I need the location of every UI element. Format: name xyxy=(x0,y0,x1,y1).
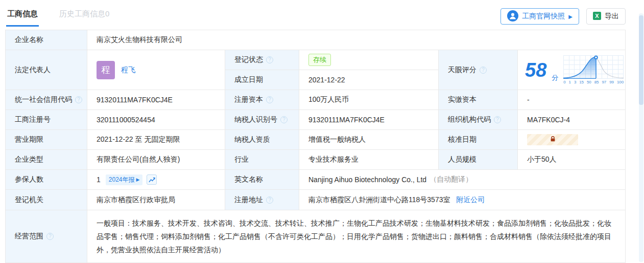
tab-history-business-info[interactable]: 历史工商信息0 xyxy=(58,7,110,27)
status-badge: 存续 xyxy=(308,54,331,66)
chevron-right-icon: ▶ xyxy=(136,177,140,182)
field-value-score[interactable]: 58 分 0131 xyxy=(518,50,625,90)
excel-icon: X xyxy=(593,12,601,21)
field-label-insured-count: 参保人数 xyxy=(6,170,87,190)
field-label-reg-status: 登记状态 xyxy=(225,50,299,70)
tab-business-info[interactable]: 工商信息 xyxy=(6,7,39,27)
annual-report-chip[interactable]: 2024年报▶ xyxy=(106,174,143,185)
auto-translate-note: （自动翻译） xyxy=(430,175,472,184)
lock-icon xyxy=(550,136,556,144)
field-label-staff-size: 人员规模 xyxy=(439,150,518,170)
field-value-paid-capital: - xyxy=(518,90,625,110)
official-snapshot-button[interactable]: 工商官网快照 ▶ xyxy=(500,8,579,25)
vertical-scrollbar[interactable] xyxy=(639,13,643,262)
field-value-establish-date: 2021-12-22 xyxy=(299,70,439,90)
nearby-companies-link[interactable]: 附近公司 xyxy=(456,195,485,205)
score-distribution-chart: 0131550859799100 xyxy=(563,55,624,84)
scrollbar-thumb[interactable] xyxy=(639,15,643,105)
field-label-score: 天眼评分 xyxy=(439,50,518,90)
field-label-credit-code: 统一社会信用代码 xyxy=(6,90,87,110)
help-icon[interactable] xyxy=(46,233,54,240)
user-badge-icon xyxy=(507,10,518,23)
field-label-company-type: 企业类型 xyxy=(6,150,87,170)
svg-text:X: X xyxy=(595,13,599,19)
legal-rep-link[interactable]: 程飞 xyxy=(121,65,135,75)
chevron-right-icon: ▶ xyxy=(568,14,573,19)
help-icon[interactable] xyxy=(480,67,487,74)
tab-bar: 工商信息 历史工商信息0 xyxy=(6,7,110,27)
field-label-business-scope: 经营范围 xyxy=(6,210,87,262)
field-value-staff-size: 小于50人 xyxy=(518,150,625,170)
field-label-approval-date: 核准日期 xyxy=(439,130,518,150)
legal-rep-avatar[interactable]: 程 xyxy=(97,61,115,79)
field-label-company-name: 企业名称 xyxy=(6,30,87,50)
field-value-org-code: MA7FK0CJ-4 xyxy=(518,110,625,130)
field-label-taxpayer-no: 纳税人识别号 xyxy=(225,110,299,130)
help-icon[interactable] xyxy=(494,116,501,123)
help-icon[interactable] xyxy=(266,56,273,63)
business-info-table: 企业名称 南京艾火生物科技有限公司 法定代表人 程 程飞 登记状态 存续 天眼评… xyxy=(5,30,626,263)
export-button[interactable]: X 导出 xyxy=(586,8,626,25)
field-value-credit-code: 91320111MA7FK0CJ4E xyxy=(87,90,225,110)
trend-chart-icon[interactable] xyxy=(147,174,157,185)
field-label-reg-authority: 登记机关 xyxy=(6,190,87,210)
field-value-business-scope: 一般项目：技术服务、技术开发、技术咨询、技术交流、技术转让、技术推广；生物化工产… xyxy=(87,210,625,262)
score-chart-ticks: 0131550859799100 xyxy=(563,80,624,84)
field-value-reg-authority: 南京市栖霞区行政审批局 xyxy=(87,190,225,210)
field-value-legal-rep: 程 程飞 xyxy=(87,50,225,90)
help-icon[interactable] xyxy=(75,96,82,103)
field-label-taxpayer-quality: 纳税人资质 xyxy=(225,130,299,150)
locked-value-placeholder[interactable] xyxy=(527,134,578,145)
help-icon[interactable] xyxy=(280,116,288,123)
field-label-term: 营业期限 xyxy=(6,130,87,150)
field-value-english-name: Nanjing Aihuo Biotechnology Co., Ltd（自动翻… xyxy=(299,170,625,190)
export-label: 导出 xyxy=(605,12,619,21)
field-label-industry: 行业 xyxy=(225,150,299,170)
official-snapshot-label: 工商官网快照 xyxy=(522,12,565,21)
help-icon[interactable] xyxy=(266,196,273,204)
toolbar: 工商官网快照 ▶ X 导出 xyxy=(500,8,626,25)
field-label-establish-date: 成立日期 xyxy=(225,70,299,90)
field-label-reg-capital: 注册资本 xyxy=(225,90,299,110)
field-value-reg-capital: 100万人民币 xyxy=(299,90,439,110)
field-value-reg-no: 320111000524454 xyxy=(87,110,225,130)
field-value-term: 2021-12-22 至 无固定期限 xyxy=(87,130,225,150)
field-value-insured-count: 1 2024年报▶ xyxy=(87,170,225,190)
field-label-paid-capital: 实缴资本 xyxy=(439,90,518,110)
field-value-reg-address: 南京市栖霞区八卦洲街道中心路118号3573室 附近公司 xyxy=(299,190,625,210)
score-unit: 分 xyxy=(552,73,558,82)
field-value-approval-date xyxy=(518,130,625,150)
field-label-org-code: 组织机构代码 xyxy=(439,110,518,130)
field-label-reg-address: 注册地址 xyxy=(225,190,299,210)
field-label-legal-rep: 法定代表人 xyxy=(6,50,87,90)
field-label-reg-no: 工商注册号 xyxy=(6,110,87,130)
field-value-reg-status: 存续 xyxy=(299,50,439,70)
top-bar: 工商信息 历史工商信息0 工商官网快照 ▶ X 导出 xyxy=(0,0,644,30)
field-value-industry: 专业技术服务业 xyxy=(299,150,439,170)
field-label-english-name: 英文名称 xyxy=(225,170,299,190)
field-value-company-type: 有限责任公司(自然人独资) xyxy=(87,150,225,170)
field-value-taxpayer-quality: 增值税一般纳税人 xyxy=(299,130,439,150)
help-icon[interactable] xyxy=(266,96,273,103)
field-value-company-name: 南京艾火生物科技有限公司 xyxy=(87,30,625,50)
field-value-taxpayer-no: 91320111MA7FK0CJ4E xyxy=(299,110,439,130)
score-value: 58 xyxy=(525,60,546,80)
